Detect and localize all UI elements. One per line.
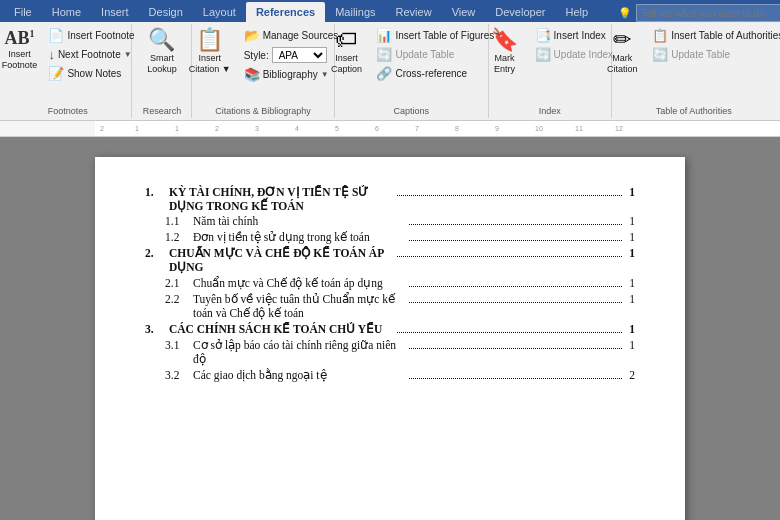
show-notes-button[interactable]: 📝 Show Notes (44, 64, 138, 83)
group-index: 🔖 MarkEntry 📑 Insert Index 🔄 Update Inde… (489, 24, 612, 118)
tab-mailings[interactable]: Mailings (325, 2, 385, 22)
next-footnote-button[interactable]: ↓ Next Footnote ▼ (44, 45, 138, 64)
tell-me-input[interactable] (636, 4, 780, 22)
tab-file[interactable]: File (4, 2, 42, 22)
toc-num: 1. (145, 186, 169, 198)
smart-lookup-button[interactable]: 🔍 SmartLookup (140, 26, 184, 78)
toc-dots (397, 195, 622, 196)
group-footnotes: AB1 InsertFootnote 📄 Insert Footnote ↓ N… (4, 24, 132, 118)
citations-group-label: Citations & Bibliography (192, 106, 333, 116)
toc-entry-7: 3. CÁC CHÍNH SÁCH KẾ TOÁN CHỦ YẾU 1 (145, 322, 635, 336)
insert-endnote-button[interactable]: 📄 Insert Footnote (44, 26, 138, 45)
update-table-captions-button[interactable]: 🔄 Update Table (372, 45, 498, 64)
insert-caption-label: InsertCaption (331, 53, 362, 75)
mark-citation-label: MarkCitation (607, 53, 638, 75)
tab-layout[interactable]: Layout (193, 2, 246, 22)
toc-dots (409, 348, 622, 349)
toc-page: 2 (625, 369, 635, 381)
toc-page: 1 (625, 247, 635, 259)
update-table-captions-icon: 🔄 (376, 47, 392, 62)
cross-reference-icon: 🔗 (376, 66, 392, 81)
toc-page: 1 (625, 186, 635, 198)
insert-caption-button[interactable]: 🏷 InsertCaption (324, 26, 368, 78)
insert-table-of-figures-label: Insert Table of Figures (395, 30, 494, 41)
toc-entry-6: 2.2 Tuyên bố về việc tuân thủ Chuẩn mực … (145, 292, 635, 320)
toc-entry-3: 1.2 Đơn vị tiền tệ sử dụng trong kế toán… (145, 230, 635, 244)
cross-reference-button[interactable]: 🔗 Cross-reference (372, 64, 498, 83)
toc-dots (409, 302, 622, 303)
tab-help[interactable]: Help (555, 2, 598, 22)
ribbon-container: File Home Insert Design Layout Reference… (0, 0, 780, 137)
toc-page: 1 (625, 231, 635, 243)
toc-text: KỲ TÀI CHÍNH, ĐƠN VỊ TIỀN TỆ SỬ DỤNG TRO… (169, 185, 394, 213)
bibliography-label: Bibliography (263, 69, 318, 80)
toc-dots (409, 286, 622, 287)
toc-page: 1 (625, 215, 635, 227)
toc-num: 1.2 (165, 231, 193, 243)
insert-caption-icon: 🏷 (335, 29, 357, 51)
mark-entry-button[interactable]: 🔖 MarkEntry (483, 26, 527, 78)
tab-insert[interactable]: Insert (91, 2, 139, 22)
toc-text: CÁC CHÍNH SÁCH KẾ TOÁN CHỦ YẾU (169, 322, 394, 336)
next-footnote-dropdown-icon: ▼ (124, 50, 132, 59)
toc-page: 1 (625, 339, 635, 351)
next-footnote-icon: ↓ (48, 47, 55, 62)
insert-footnote-button[interactable]: AB1 InsertFootnote (0, 26, 42, 74)
tab-view[interactable]: View (442, 2, 486, 22)
tab-references[interactable]: References (246, 2, 325, 22)
insert-citation-label: InsertCitation ▼ (189, 53, 231, 75)
toc-text: Cơ sở lập báo cáo tài chính riêng giữa n… (193, 338, 406, 366)
toc-entry-4: 2. CHUẨN MỰC VÀ CHẾ ĐỘ KẾ TOÁN ÁP DỤNG 1 (145, 246, 635, 274)
toc-dots (409, 224, 622, 225)
style-select[interactable]: APA MLA Chicago (272, 47, 327, 63)
insert-footnote-icon: AB1 (5, 29, 35, 47)
tab-bar: File Home Insert Design Layout Reference… (0, 0, 780, 22)
insert-index-label: Insert Index (554, 30, 606, 41)
tab-design[interactable]: Design (139, 2, 193, 22)
update-table-authorities-label: Update Table (671, 49, 730, 60)
smart-lookup-label: SmartLookup (147, 53, 177, 75)
cross-reference-label: Cross-reference (395, 68, 467, 79)
toc-dots (397, 256, 622, 257)
toc-dots (409, 240, 622, 241)
show-notes-icon: 📝 (48, 66, 64, 81)
insert-endnote-icon: 📄 (48, 28, 64, 43)
toc-num: 1.1 (165, 215, 193, 227)
document-page: 1. KỲ TÀI CHÍNH, ĐƠN VỊ TIỀN TỆ SỬ DỤNG … (95, 157, 685, 520)
group-captions: 🏷 InsertCaption 📊 Insert Table of Figure… (335, 24, 490, 118)
insert-footnote-label: InsertFootnote (2, 49, 38, 71)
captions-group-label: Captions (335, 106, 489, 116)
toc-page: 1 (625, 323, 635, 335)
insert-citation-button[interactable]: 📋 InsertCitation ▼ (184, 26, 236, 78)
update-index-icon: 🔄 (535, 47, 551, 62)
toc-num: 2.1 (165, 277, 193, 289)
ruler-inner: 2 1 1 2 3 4 5 6 7 8 9 10 11 12 (95, 121, 780, 136)
insert-table-of-authorities-label: Insert Table of Authorities (671, 30, 780, 41)
toc-num: 2. (145, 247, 169, 259)
mark-entry-icon: 🔖 (491, 29, 518, 51)
document-area: 1. KỲ TÀI CHÍNH, ĐƠN VỊ TIỀN TỆ SỬ DỤNG … (0, 137, 780, 520)
insert-endnote-label: Insert Footnote (67, 30, 134, 41)
insert-table-of-authorities-button[interactable]: 📋 Insert Table of Authorities (648, 26, 780, 45)
toc-num: 3.1 (165, 339, 193, 351)
mark-citation-button[interactable]: ✏ MarkCitation (600, 26, 644, 78)
insert-table-of-figures-icon: 📊 (376, 28, 392, 43)
tab-home[interactable]: Home (42, 2, 91, 22)
captions-small-buttons: 📊 Insert Table of Figures 🔄 Update Table… (372, 26, 498, 99)
smart-lookup-icon: 🔍 (148, 29, 175, 51)
show-notes-label: Show Notes (67, 68, 121, 79)
toc-entry-5: 2.1 Chuẩn mực và Chế độ kế toán áp dụng … (145, 276, 635, 290)
tab-review[interactable]: Review (386, 2, 442, 22)
lightbulb-icon: 💡 (618, 7, 632, 20)
toc-text: Tuyên bố về việc tuân thủ Chuẩn mực kế t… (193, 292, 406, 320)
toc-text: Các giao dịch bằng ngoại tệ (193, 368, 406, 382)
insert-table-of-figures-button[interactable]: 📊 Insert Table of Figures (372, 26, 498, 45)
ribbon: AB1 InsertFootnote 📄 Insert Footnote ↓ N… (0, 22, 780, 121)
tab-developer[interactable]: Developer (485, 2, 555, 22)
footnotes-small-buttons: 📄 Insert Footnote ↓ Next Footnote ▼ 📝 Sh… (44, 26, 138, 99)
update-table-authorities-icon: 🔄 (652, 47, 668, 62)
update-table-authorities-button[interactable]: 🔄 Update Table (648, 45, 780, 64)
authorities-small-buttons: 📋 Insert Table of Authorities 🔄 Update T… (648, 26, 780, 80)
toc-num: 3. (145, 323, 169, 335)
toc-text: CHUẨN MỰC VÀ CHẾ ĐỘ KẾ TOÁN ÁP DỤNG (169, 246, 394, 274)
